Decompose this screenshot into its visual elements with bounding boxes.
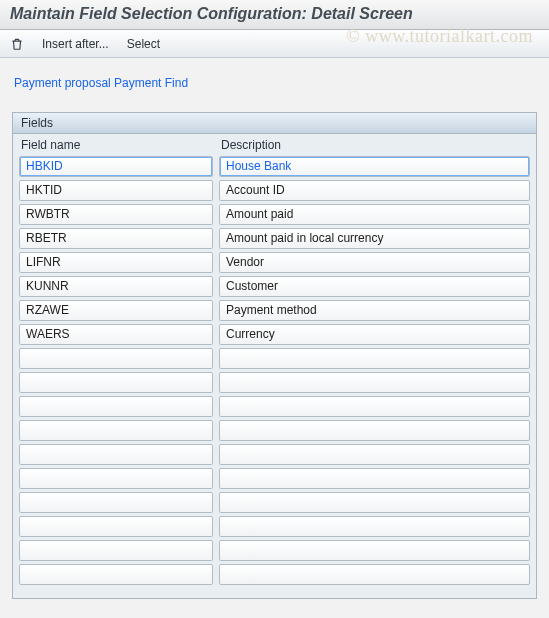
table-row[interactable]: [19, 468, 530, 489]
delete-button[interactable]: [8, 35, 26, 53]
breadcrumb: Payment proposal Payment Find: [0, 58, 549, 100]
field-name-cell[interactable]: [19, 348, 213, 369]
field-name-cell[interactable]: WAERS: [19, 324, 213, 345]
field-name-cell[interactable]: KUNNR: [19, 276, 213, 297]
field-desc-cell[interactable]: Account ID: [219, 180, 530, 201]
field-desc-cell[interactable]: [219, 468, 530, 489]
table-row[interactable]: [19, 348, 530, 369]
table-row[interactable]: RBETRAmount paid in local currency: [19, 228, 530, 249]
table-row[interactable]: [19, 540, 530, 561]
field-desc-cell[interactable]: Customer: [219, 276, 530, 297]
field-name-cell[interactable]: [19, 540, 213, 561]
field-desc-cell[interactable]: Vendor: [219, 252, 530, 273]
field-name-cell[interactable]: HBKID: [19, 156, 213, 177]
grid-header: Field name Description: [13, 134, 536, 156]
header-bar: Maintain Field Selection Configuration: …: [0, 0, 549, 30]
field-name-cell[interactable]: [19, 564, 213, 585]
field-name-cell[interactable]: [19, 420, 213, 441]
panel-title: Fields: [13, 113, 536, 134]
field-name-cell[interactable]: [19, 468, 213, 489]
breadcrumb-text: Payment proposal Payment Find: [14, 76, 188, 90]
table-row[interactable]: [19, 372, 530, 393]
table-row[interactable]: [19, 492, 530, 513]
field-name-cell[interactable]: [19, 492, 213, 513]
select-button[interactable]: Select: [125, 35, 162, 53]
field-desc-cell[interactable]: [219, 396, 530, 417]
table-row[interactable]: WAERSCurrency: [19, 324, 530, 345]
page-title: Maintain Field Selection Configuration: …: [10, 5, 539, 23]
field-name-cell[interactable]: HKTID: [19, 180, 213, 201]
field-desc-cell[interactable]: [219, 444, 530, 465]
column-header-fieldname: Field name: [19, 138, 219, 152]
field-name-cell[interactable]: LIFNR: [19, 252, 213, 273]
field-name-cell[interactable]: [19, 372, 213, 393]
table-row[interactable]: [19, 420, 530, 441]
trash-icon: [10, 37, 24, 51]
field-desc-cell[interactable]: [219, 372, 530, 393]
table-row[interactable]: [19, 396, 530, 417]
field-desc-cell[interactable]: Currency: [219, 324, 530, 345]
field-desc-cell[interactable]: Payment method: [219, 300, 530, 321]
field-name-cell[interactable]: RZAWE: [19, 300, 213, 321]
field-name-cell[interactable]: [19, 444, 213, 465]
field-desc-cell[interactable]: [219, 348, 530, 369]
insert-after-button[interactable]: Insert after...: [40, 35, 111, 53]
field-desc-cell[interactable]: Amount paid in local currency: [219, 228, 530, 249]
table-row[interactable]: LIFNRVendor: [19, 252, 530, 273]
table-row[interactable]: RZAWEPayment method: [19, 300, 530, 321]
field-name-cell[interactable]: RBETR: [19, 228, 213, 249]
field-desc-cell[interactable]: Amount paid: [219, 204, 530, 225]
table-row[interactable]: [19, 516, 530, 537]
field-desc-cell[interactable]: [219, 540, 530, 561]
field-name-cell[interactable]: RWBTR: [19, 204, 213, 225]
field-desc-cell[interactable]: [219, 492, 530, 513]
field-name-cell[interactable]: [19, 396, 213, 417]
table-row[interactable]: RWBTRAmount paid: [19, 204, 530, 225]
grid-body: HBKIDHouse BankHKTIDAccount IDRWBTRAmoun…: [13, 156, 536, 598]
field-name-cell[interactable]: [19, 516, 213, 537]
field-desc-cell[interactable]: [219, 564, 530, 585]
toolbar: Insert after... Select: [0, 30, 549, 58]
table-row[interactable]: HKTIDAccount ID: [19, 180, 530, 201]
fields-panel: Fields Field name Description HBKIDHouse…: [12, 112, 537, 599]
table-row[interactable]: [19, 564, 530, 585]
field-desc-cell[interactable]: [219, 516, 530, 537]
table-row[interactable]: [19, 444, 530, 465]
column-header-description: Description: [219, 138, 530, 152]
field-desc-cell[interactable]: [219, 420, 530, 441]
field-desc-cell[interactable]: House Bank: [219, 156, 530, 177]
table-row[interactable]: KUNNRCustomer: [19, 276, 530, 297]
table-row[interactable]: HBKIDHouse Bank: [19, 156, 530, 177]
